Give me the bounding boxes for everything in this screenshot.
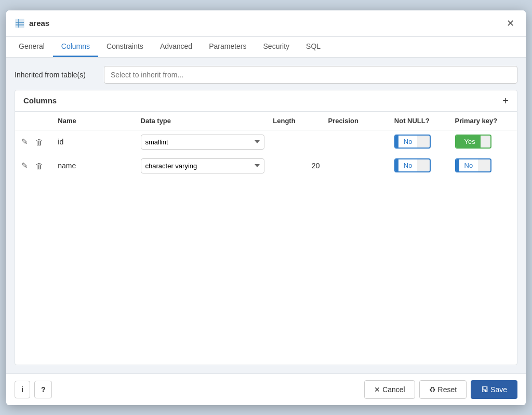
datatype-select-wrapper: smallint integer bigint character varyin… bbox=[141, 135, 265, 150]
datatype-select[interactable]: smallint integer bigint character varyin… bbox=[141, 135, 265, 150]
main-content: Inherited from table(s) Columns + Name D… bbox=[6, 58, 526, 373]
row-actions-cell: ✎ 🗑 bbox=[15, 154, 54, 178]
col-header-actions bbox=[15, 112, 54, 130]
title-bar-left: areas bbox=[15, 18, 49, 29]
delete-row-button[interactable]: 🗑 bbox=[33, 137, 45, 148]
col-header-length: Length bbox=[269, 112, 324, 130]
table-row: ✎ 🗑 id smallint integer bbox=[15, 130, 517, 154]
name-cell: name bbox=[54, 154, 136, 178]
length-value: 20 bbox=[312, 162, 320, 170]
info-button[interactable]: i bbox=[15, 381, 30, 398]
col-header-notnull: Not NULL? bbox=[390, 112, 451, 130]
col-header-precision: Precision bbox=[324, 112, 390, 130]
tab-advanced[interactable]: Advanced bbox=[152, 37, 201, 57]
columns-panel: Columns + Name Data type Length Precisio… bbox=[15, 90, 517, 365]
primarykey-cell: Yes bbox=[451, 130, 517, 154]
primarykey-toggle[interactable]: No bbox=[455, 158, 491, 172]
dialog-title: areas bbox=[29, 19, 49, 28]
length-cell bbox=[269, 130, 324, 154]
row-actions: ✎ 🗑 bbox=[19, 136, 49, 148]
column-name: name bbox=[58, 162, 76, 170]
name-cell: id bbox=[54, 130, 136, 154]
close-button[interactable]: ✕ bbox=[503, 17, 517, 30]
inherit-row: Inherited from table(s) bbox=[15, 66, 517, 84]
row-actions-cell: ✎ 🗑 bbox=[15, 130, 54, 154]
dialog-footer: i ? ✕ Cancel ♻ Reset 🖫 Save bbox=[6, 373, 526, 405]
inherit-label: Inherited from table(s) bbox=[15, 71, 98, 79]
notnull-cell: No bbox=[390, 130, 451, 154]
tab-parameters[interactable]: Parameters bbox=[201, 37, 255, 57]
footer-right: ✕ Cancel ♻ Reset 🖫 Save bbox=[364, 380, 517, 399]
table-header-row: Name Data type Length Precision Not NULL… bbox=[15, 112, 517, 130]
add-column-button[interactable]: + bbox=[502, 96, 509, 106]
columns-header: Columns + bbox=[15, 90, 517, 112]
title-bar: areas ✕ bbox=[6, 10, 526, 37]
notnull-toggle[interactable]: No bbox=[394, 158, 431, 172]
col-header-datatype: Data type bbox=[137, 112, 269, 130]
reset-button[interactable]: ♻ Reset bbox=[419, 380, 467, 399]
precision-cell bbox=[324, 130, 390, 154]
primarykey-label: No bbox=[459, 159, 478, 171]
table-icon bbox=[15, 18, 25, 29]
help-button[interactable]: ? bbox=[34, 381, 52, 398]
tabs-bar: General Columns Constraints Advanced Par… bbox=[6, 37, 526, 58]
datatype-cell: smallint integer bigint character varyin… bbox=[137, 154, 269, 178]
notnull-label: No bbox=[398, 136, 418, 148]
col-header-name: Name bbox=[54, 112, 136, 130]
tab-columns[interactable]: Columns bbox=[53, 37, 98, 57]
tab-security[interactable]: Security bbox=[255, 37, 298, 57]
tab-general[interactable]: General bbox=[10, 37, 53, 57]
tab-constraints[interactable]: Constraints bbox=[98, 37, 152, 57]
notnull-toggle[interactable]: No bbox=[394, 135, 431, 149]
inherit-input[interactable] bbox=[104, 66, 517, 84]
footer-left: i ? bbox=[15, 381, 52, 398]
table-row: ✎ 🗑 name smallint integer bbox=[15, 154, 517, 178]
edit-row-button[interactable]: ✎ bbox=[19, 160, 30, 171]
save-button[interactable]: 🖫 Save bbox=[471, 380, 517, 399]
columns-table: Name Data type Length Precision Not NULL… bbox=[15, 112, 517, 178]
primarykey-cell: No bbox=[451, 154, 517, 178]
primarykey-label: Yes bbox=[459, 136, 481, 148]
datatype-select[interactable]: smallint integer bigint character varyin… bbox=[141, 158, 265, 173]
datatype-cell: smallint integer bigint character varyin… bbox=[137, 130, 269, 154]
notnull-label: No bbox=[398, 159, 418, 171]
column-name: id bbox=[58, 138, 63, 146]
cancel-button[interactable]: ✕ Cancel bbox=[364, 380, 415, 399]
notnull-cell: No bbox=[390, 154, 451, 178]
datatype-select-wrapper: smallint integer bigint character varyin… bbox=[141, 158, 265, 173]
col-header-primarykey: Primary key? bbox=[451, 112, 517, 130]
tab-sql[interactable]: SQL bbox=[298, 37, 329, 57]
columns-title: Columns bbox=[23, 96, 57, 105]
primarykey-toggle[interactable]: Yes bbox=[455, 135, 491, 149]
delete-row-button[interactable]: 🗑 bbox=[33, 160, 45, 171]
main-dialog: areas ✕ General Columns Constraints Adva… bbox=[6, 10, 526, 405]
svg-rect-0 bbox=[16, 19, 24, 28]
precision-cell bbox=[324, 154, 390, 178]
length-cell: 20 bbox=[269, 154, 324, 178]
edit-row-button[interactable]: ✎ bbox=[19, 136, 30, 148]
row-actions: ✎ 🗑 bbox=[19, 160, 49, 171]
